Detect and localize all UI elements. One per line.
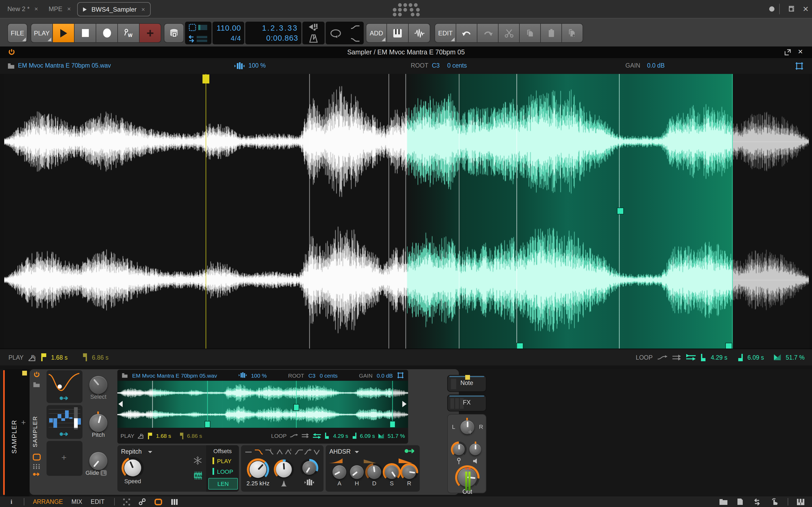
env-sustain-knob[interactable] bbox=[385, 465, 399, 479]
mixer-panel-toggle-icon[interactable] bbox=[170, 498, 177, 505]
sample-file-name[interactable]: EM Mvoc Mantra E 70bpm 05.wav bbox=[132, 372, 217, 378]
raw-mode-icon[interactable]: R bbox=[138, 433, 144, 439]
loop-pingpong-icon[interactable] bbox=[686, 354, 696, 361]
punch-in-icon[interactable] bbox=[308, 23, 319, 32]
speed-knob[interactable] bbox=[124, 459, 141, 476]
view-edit-button[interactable]: EDIT bbox=[91, 499, 104, 505]
virtual-keyboard-icon[interactable] bbox=[797, 498, 805, 505]
position-display[interactable]: 1.2.3.33 0:00.863 bbox=[245, 22, 301, 44]
loop-end-marker-icon[interactable] bbox=[737, 353, 743, 361]
mod-out-arrow-icon[interactable] bbox=[59, 432, 70, 437]
overdub-button[interactable]: + bbox=[140, 23, 161, 43]
touch-mode-icon[interactable] bbox=[771, 498, 778, 505]
close-tab-icon[interactable]: × bbox=[141, 6, 145, 13]
window-restore-icon[interactable] bbox=[784, 0, 797, 18]
edit-menu-button[interactable]: EDIT bbox=[435, 23, 456, 43]
add-device-plus[interactable]: + bbox=[468, 427, 473, 436]
mini-crossfade-handle[interactable] bbox=[293, 404, 299, 411]
freeze-icon[interactable] bbox=[193, 456, 202, 465]
browser-panel-icon[interactable] bbox=[719, 499, 727, 505]
metronome-icon[interactable] bbox=[309, 34, 318, 43]
preset-folder-icon[interactable] bbox=[33, 382, 40, 388]
offset-loop-button[interactable]: LOOP bbox=[212, 468, 233, 475]
env-hold-knob[interactable] bbox=[350, 465, 364, 479]
loop-off-icon[interactable] bbox=[290, 433, 298, 438]
time-signature-value[interactable]: 4/4 bbox=[216, 34, 241, 43]
stretch-icon[interactable] bbox=[239, 372, 247, 378]
transport-record-button[interactable] bbox=[96, 23, 118, 43]
stretch-amount-value[interactable]: 100 % bbox=[248, 62, 266, 69]
device-power-icon[interactable] bbox=[33, 371, 40, 378]
project-tab-bws4-sampler[interactable]: BWS4_Sampler × bbox=[77, 2, 151, 16]
expanded-view-icon[interactable] bbox=[33, 454, 41, 460]
loop-start-value[interactable]: 4.29 s bbox=[711, 354, 727, 360]
scroll-right-icon[interactable] bbox=[402, 401, 407, 407]
pitch-knob[interactable] bbox=[89, 414, 107, 432]
follow-link-icon[interactable] bbox=[138, 498, 146, 505]
add-audio-track-button[interactable] bbox=[409, 23, 430, 43]
env-release-knob[interactable] bbox=[402, 465, 416, 479]
out-knob[interactable] bbox=[458, 468, 477, 487]
glide-legato-badge[interactable]: L bbox=[101, 470, 107, 476]
device-name[interactable]: SAMPLER bbox=[32, 402, 38, 447]
time-value[interactable]: 0:00.863 bbox=[248, 33, 298, 43]
loop-start-value[interactable]: 4.29 s bbox=[333, 433, 348, 439]
stretch-icon[interactable] bbox=[234, 62, 245, 70]
playback-mode-select[interactable]: Repitch bbox=[121, 448, 142, 455]
mod-out-arrow-icon[interactable] bbox=[59, 396, 70, 401]
offset-len-button[interactable]: LEN bbox=[208, 478, 238, 490]
inspector-panel-icon[interactable] bbox=[737, 498, 743, 505]
glide-knob[interactable] bbox=[89, 452, 107, 470]
offset-play-button[interactable]: PLAY bbox=[212, 457, 232, 464]
loop-crossfade-handle[interactable] bbox=[617, 208, 624, 214]
play-menu-button[interactable]: PLAY bbox=[31, 23, 53, 43]
tempo-display[interactable]: 110.00 4/4 bbox=[212, 22, 244, 44]
play-end-value[interactable]: 6.86 s bbox=[187, 433, 202, 439]
track-header[interactable]: SAMPLER + bbox=[5, 369, 30, 496]
track-mod-swatch[interactable] bbox=[22, 371, 27, 376]
add-instrument-track-button[interactable] bbox=[387, 23, 409, 43]
loop-end-value[interactable]: 6.09 s bbox=[748, 354, 764, 360]
transport-stop-button[interactable] bbox=[74, 23, 96, 43]
window-settings-icon[interactable] bbox=[765, 0, 778, 18]
close-tab-icon[interactable]: × bbox=[34, 5, 38, 13]
duplicate-button[interactable] bbox=[562, 23, 583, 43]
loop-crossfade-value[interactable]: 51.7 % bbox=[785, 354, 805, 360]
loop-end-value[interactable]: 6.09 s bbox=[360, 433, 375, 439]
redo-button[interactable] bbox=[477, 23, 499, 43]
loop-forward-icon[interactable] bbox=[672, 354, 681, 360]
loop-crossfade-value[interactable]: 51.7 % bbox=[388, 433, 405, 439]
env-attack-knob[interactable] bbox=[333, 465, 346, 479]
root-fine-value[interactable]: 0 cents bbox=[447, 62, 467, 69]
root-note-value[interactable]: C3 bbox=[308, 372, 316, 378]
play-start-value[interactable]: 1.68 s bbox=[156, 433, 171, 439]
mini-loop-end-handle[interactable] bbox=[390, 421, 395, 428]
track-name[interactable]: SAMPLER bbox=[11, 390, 18, 454]
undo-button[interactable] bbox=[456, 23, 477, 43]
crossfade-icon[interactable] bbox=[378, 433, 385, 439]
play-end-flag-icon[interactable] bbox=[82, 353, 88, 361]
loop-forward-icon[interactable] bbox=[301, 433, 309, 438]
add-menu-button[interactable]: ADD bbox=[366, 23, 387, 43]
loop-start-marker-icon[interactable] bbox=[324, 433, 330, 439]
root-note-value[interactable]: C3 bbox=[432, 62, 440, 69]
device-power-icon[interactable] bbox=[8, 49, 15, 56]
zoom-fit-icon[interactable] bbox=[397, 372, 404, 379]
mini-waveform[interactable] bbox=[117, 381, 408, 428]
device-panel-toggle-icon[interactable] bbox=[154, 498, 162, 505]
paste-button[interactable] bbox=[541, 23, 562, 43]
ram-mode-icon[interactable]: RAM bbox=[193, 471, 203, 480]
file-menu-button[interactable]: FILE bbox=[7, 23, 28, 43]
project-tab-mpe[interactable]: MPE × bbox=[49, 0, 71, 18]
lfo-modulator-cell[interactable] bbox=[47, 370, 83, 403]
zoom-fit-icon[interactable] bbox=[795, 62, 804, 70]
play-start-flag-icon[interactable] bbox=[148, 432, 153, 439]
play-start-marker-handle[interactable] bbox=[202, 74, 209, 83]
detach-window-icon[interactable] bbox=[784, 49, 791, 55]
play-end-flag-icon[interactable] bbox=[179, 432, 184, 439]
mini-loop-start-handle[interactable] bbox=[205, 421, 210, 428]
filter-cutoff-knob[interactable] bbox=[250, 461, 266, 478]
filter-cutoff-value[interactable]: 2.25 kHz bbox=[242, 480, 274, 487]
waveform-editor[interactable] bbox=[0, 74, 812, 349]
play-start-flag-icon[interactable] bbox=[41, 353, 47, 361]
